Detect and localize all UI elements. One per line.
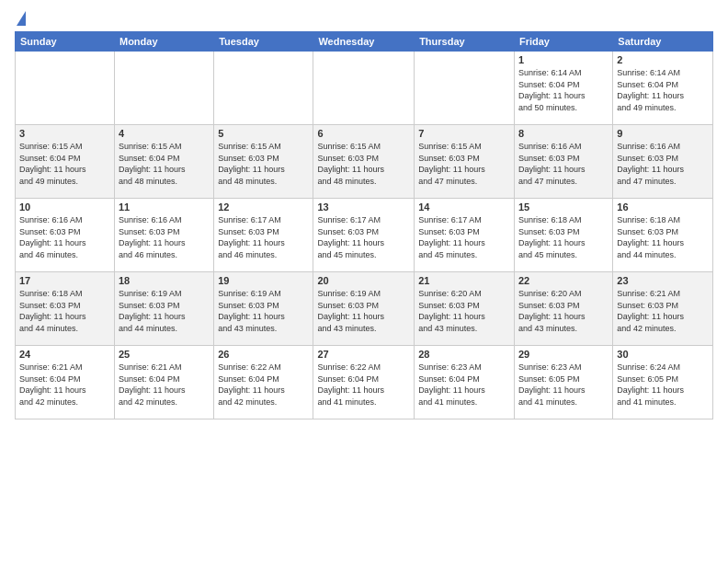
day-number: 24 bbox=[19, 349, 110, 360]
calendar-cell: 12Sunrise: 6:17 AM Sunset: 6:03 PM Dayli… bbox=[214, 199, 313, 272]
calendar-cell bbox=[313, 52, 415, 125]
day-info: Sunrise: 6:20 AM Sunset: 6:03 PM Dayligh… bbox=[418, 288, 510, 334]
day-number: 20 bbox=[317, 275, 410, 286]
calendar-table: SundayMondayTuesdayWednesdayThursdayFrid… bbox=[15, 31, 713, 419]
calendar-cell: 11Sunrise: 6:16 AM Sunset: 6:03 PM Dayli… bbox=[114, 199, 213, 272]
day-info: Sunrise: 6:14 AM Sunset: 6:04 PM Dayligh… bbox=[518, 67, 609, 113]
calendar-cell: 17Sunrise: 6:18 AM Sunset: 6:03 PM Dayli… bbox=[16, 272, 115, 346]
day-info: Sunrise: 6:18 AM Sunset: 6:03 PM Dayligh… bbox=[518, 214, 609, 260]
day-number: 3 bbox=[19, 128, 110, 139]
calendar-cell: 9Sunrise: 6:16 AM Sunset: 6:03 PM Daylig… bbox=[613, 125, 713, 199]
day-info: Sunrise: 6:16 AM Sunset: 6:03 PM Dayligh… bbox=[19, 214, 110, 260]
day-number: 27 bbox=[317, 349, 410, 360]
calendar-cell: 21Sunrise: 6:20 AM Sunset: 6:03 PM Dayli… bbox=[415, 272, 515, 346]
calendar-header-row: SundayMondayTuesdayWednesdayThursdayFrid… bbox=[16, 32, 713, 52]
day-number: 6 bbox=[317, 128, 410, 139]
day-info: Sunrise: 6:15 AM Sunset: 6:03 PM Dayligh… bbox=[317, 141, 410, 187]
day-number: 21 bbox=[418, 275, 510, 286]
day-info: Sunrise: 6:17 AM Sunset: 6:03 PM Dayligh… bbox=[317, 214, 410, 260]
calendar-cell: 29Sunrise: 6:23 AM Sunset: 6:05 PM Dayli… bbox=[514, 346, 612, 419]
calendar-cell bbox=[415, 52, 515, 125]
calendar-header-monday: Monday bbox=[114, 32, 213, 52]
day-number: 9 bbox=[617, 128, 709, 139]
calendar-week-4: 17Sunrise: 6:18 AM Sunset: 6:03 PM Dayli… bbox=[16, 272, 713, 346]
day-info: Sunrise: 6:17 AM Sunset: 6:03 PM Dayligh… bbox=[218, 214, 309, 260]
logo-triangle-icon bbox=[17, 11, 26, 26]
day-number: 7 bbox=[418, 128, 510, 139]
day-number: 12 bbox=[218, 201, 309, 213]
calendar-cell: 23Sunrise: 6:21 AM Sunset: 6:03 PM Dayli… bbox=[613, 272, 713, 346]
calendar-cell: 2Sunrise: 6:14 AM Sunset: 6:04 PM Daylig… bbox=[613, 52, 713, 125]
calendar-cell: 28Sunrise: 6:23 AM Sunset: 6:04 PM Dayli… bbox=[415, 346, 515, 419]
day-info: Sunrise: 6:23 AM Sunset: 6:05 PM Dayligh… bbox=[518, 362, 609, 408]
calendar-cell: 4Sunrise: 6:15 AM Sunset: 6:04 PM Daylig… bbox=[114, 125, 213, 199]
calendar-cell bbox=[114, 52, 213, 125]
day-info: Sunrise: 6:23 AM Sunset: 6:04 PM Dayligh… bbox=[418, 362, 510, 408]
day-info: Sunrise: 6:19 AM Sunset: 6:03 PM Dayligh… bbox=[317, 288, 410, 334]
calendar-cell: 14Sunrise: 6:17 AM Sunset: 6:03 PM Dayli… bbox=[415, 199, 515, 272]
calendar-cell: 24Sunrise: 6:21 AM Sunset: 6:04 PM Dayli… bbox=[16, 346, 115, 419]
day-number: 8 bbox=[518, 128, 609, 139]
calendar-week-5: 24Sunrise: 6:21 AM Sunset: 6:04 PM Dayli… bbox=[16, 346, 713, 419]
day-number: 10 bbox=[19, 201, 110, 213]
day-number: 18 bbox=[119, 275, 210, 286]
calendar-cell: 5Sunrise: 6:15 AM Sunset: 6:03 PM Daylig… bbox=[214, 125, 313, 199]
calendar-cell: 18Sunrise: 6:19 AM Sunset: 6:03 PM Dayli… bbox=[114, 272, 213, 346]
day-info: Sunrise: 6:19 AM Sunset: 6:03 PM Dayligh… bbox=[218, 288, 309, 334]
day-number: 26 bbox=[218, 349, 309, 360]
day-number: 23 bbox=[617, 275, 709, 286]
calendar-cell: 6Sunrise: 6:15 AM Sunset: 6:03 PM Daylig… bbox=[313, 125, 415, 199]
calendar-cell: 10Sunrise: 6:16 AM Sunset: 6:03 PM Dayli… bbox=[16, 199, 115, 272]
day-number: 11 bbox=[119, 201, 210, 213]
calendar-cell: 26Sunrise: 6:22 AM Sunset: 6:04 PM Dayli… bbox=[214, 346, 313, 419]
calendar-header-friday: Friday bbox=[514, 32, 612, 52]
calendar-cell: 20Sunrise: 6:19 AM Sunset: 6:03 PM Dayli… bbox=[313, 272, 415, 346]
day-number: 19 bbox=[218, 275, 309, 286]
day-number: 30 bbox=[617, 349, 709, 360]
day-number: 17 bbox=[19, 275, 110, 286]
day-number: 5 bbox=[218, 128, 309, 139]
day-info: Sunrise: 6:22 AM Sunset: 6:04 PM Dayligh… bbox=[317, 362, 410, 408]
day-info: Sunrise: 6:17 AM Sunset: 6:03 PM Dayligh… bbox=[418, 214, 510, 260]
day-info: Sunrise: 6:22 AM Sunset: 6:04 PM Dayligh… bbox=[218, 362, 309, 408]
day-info: Sunrise: 6:15 AM Sunset: 6:03 PM Dayligh… bbox=[418, 141, 510, 187]
calendar-header-saturday: Saturday bbox=[613, 32, 713, 52]
calendar-cell: 15Sunrise: 6:18 AM Sunset: 6:03 PM Dayli… bbox=[514, 199, 612, 272]
calendar-cell: 19Sunrise: 6:19 AM Sunset: 6:03 PM Dayli… bbox=[214, 272, 313, 346]
calendar-header-sunday: Sunday bbox=[16, 32, 115, 52]
day-info: Sunrise: 6:16 AM Sunset: 6:03 PM Dayligh… bbox=[119, 214, 210, 260]
day-info: Sunrise: 6:14 AM Sunset: 6:04 PM Dayligh… bbox=[617, 67, 709, 113]
day-info: Sunrise: 6:21 AM Sunset: 6:04 PM Dayligh… bbox=[119, 362, 210, 408]
day-info: Sunrise: 6:16 AM Sunset: 6:03 PM Dayligh… bbox=[518, 141, 609, 187]
logo bbox=[15, 11, 26, 24]
calendar-week-1: 1Sunrise: 6:14 AM Sunset: 6:04 PM Daylig… bbox=[16, 52, 713, 125]
calendar-cell bbox=[214, 52, 313, 125]
day-info: Sunrise: 6:18 AM Sunset: 6:03 PM Dayligh… bbox=[19, 288, 110, 334]
day-info: Sunrise: 6:15 AM Sunset: 6:03 PM Dayligh… bbox=[218, 141, 309, 187]
day-info: Sunrise: 6:18 AM Sunset: 6:03 PM Dayligh… bbox=[617, 214, 709, 260]
day-number: 29 bbox=[518, 349, 609, 360]
calendar-cell: 22Sunrise: 6:20 AM Sunset: 6:03 PM Dayli… bbox=[514, 272, 612, 346]
day-number: 13 bbox=[317, 201, 410, 213]
page: SundayMondayTuesdayWednesdayThursdayFrid… bbox=[0, 0, 728, 427]
calendar-header-wednesday: Wednesday bbox=[313, 32, 415, 52]
header bbox=[15, 11, 713, 24]
calendar-cell: 3Sunrise: 6:15 AM Sunset: 6:04 PM Daylig… bbox=[16, 125, 115, 199]
day-info: Sunrise: 6:24 AM Sunset: 6:05 PM Dayligh… bbox=[617, 362, 709, 408]
calendar-cell: 13Sunrise: 6:17 AM Sunset: 6:03 PM Dayli… bbox=[313, 199, 415, 272]
calendar-cell: 30Sunrise: 6:24 AM Sunset: 6:05 PM Dayli… bbox=[613, 346, 713, 419]
day-info: Sunrise: 6:21 AM Sunset: 6:03 PM Dayligh… bbox=[617, 288, 709, 334]
day-info: Sunrise: 6:15 AM Sunset: 6:04 PM Dayligh… bbox=[19, 141, 110, 187]
calendar-cell: 7Sunrise: 6:15 AM Sunset: 6:03 PM Daylig… bbox=[415, 125, 515, 199]
day-number: 14 bbox=[418, 201, 510, 213]
day-info: Sunrise: 6:15 AM Sunset: 6:04 PM Dayligh… bbox=[119, 141, 210, 187]
calendar-week-3: 10Sunrise: 6:16 AM Sunset: 6:03 PM Dayli… bbox=[16, 199, 713, 272]
day-info: Sunrise: 6:20 AM Sunset: 6:03 PM Dayligh… bbox=[518, 288, 609, 334]
calendar-header-tuesday: Tuesday bbox=[214, 32, 313, 52]
calendar-header-thursday: Thursday bbox=[415, 32, 515, 52]
day-number: 15 bbox=[518, 201, 609, 213]
day-number: 1 bbox=[518, 54, 609, 65]
calendar-cell: 1Sunrise: 6:14 AM Sunset: 6:04 PM Daylig… bbox=[514, 52, 612, 125]
calendar-cell: 8Sunrise: 6:16 AM Sunset: 6:03 PM Daylig… bbox=[514, 125, 612, 199]
day-number: 2 bbox=[617, 54, 709, 65]
